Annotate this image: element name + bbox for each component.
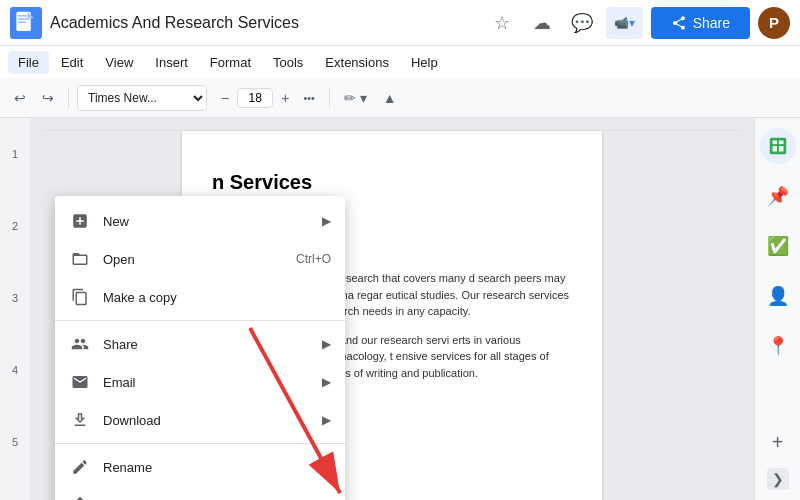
dd-label-copy: Make a copy xyxy=(103,290,331,305)
dd-shortcut-open: Ctrl+O xyxy=(296,252,331,266)
docs-icon xyxy=(10,7,42,39)
dd-arrow-email: ▶ xyxy=(322,375,331,389)
right-icon-maps[interactable]: 📍 xyxy=(760,328,796,364)
share-icon xyxy=(69,333,91,355)
file-dropdown: New ▶ Open Ctrl+O Make a copy Share ▶ xyxy=(55,196,345,500)
svg-rect-6 xyxy=(772,141,777,145)
font-selector[interactable]: Times New... xyxy=(77,85,207,111)
svg-rect-4 xyxy=(18,21,26,23)
email-icon xyxy=(69,371,91,393)
chat-button[interactable]: 💬 xyxy=(566,7,598,39)
menu-bar: File Edit View Insert Format Tools Exten… xyxy=(0,46,800,78)
dd-item-copy[interactable]: Make a copy xyxy=(55,278,345,316)
svg-rect-3 xyxy=(18,18,29,20)
open-icon xyxy=(69,248,91,270)
page-num-4: 4 xyxy=(12,364,18,376)
toolbar: ↩ ↪ Times New... − 18 + ••• ✏ ▾ ▲ xyxy=(0,78,800,118)
cloud-button[interactable]: ☁ xyxy=(526,7,558,39)
svg-rect-8 xyxy=(772,146,777,152)
redo-button[interactable]: ↪ xyxy=(36,86,60,110)
dd-item-move[interactable]: Move xyxy=(55,486,345,500)
dd-label-share: Share xyxy=(103,337,322,352)
svg-rect-9 xyxy=(778,146,783,152)
font-size-decrease[interactable]: − xyxy=(215,86,235,110)
dd-arrow-share: ▶ xyxy=(322,337,331,351)
right-icon-sheets[interactable] xyxy=(760,128,796,164)
svg-rect-7 xyxy=(778,141,783,145)
doc-heading: n Services xyxy=(212,171,572,194)
menu-edit[interactable]: Edit xyxy=(51,51,93,74)
share-label: Share xyxy=(693,15,730,31)
menu-view[interactable]: View xyxy=(95,51,143,74)
dd-item-rename[interactable]: Rename xyxy=(55,448,345,486)
page-num-5: 5 xyxy=(12,436,18,448)
menu-tools[interactable]: Tools xyxy=(263,51,313,74)
dd-arrow-download: ▶ xyxy=(322,413,331,427)
toolbar-separator-2 xyxy=(329,88,330,108)
copy-icon xyxy=(69,286,91,308)
move-icon xyxy=(69,494,91,500)
top-bar: Academics And Research Services ☆ ☁ 💬 📹▾… xyxy=(0,0,800,46)
star-button[interactable]: ☆ xyxy=(486,7,518,39)
dd-item-share[interactable]: Share ▶ xyxy=(55,325,345,363)
top-icons: ☆ ☁ 💬 📹▾ Share P xyxy=(486,7,790,39)
dd-label-rename: Rename xyxy=(103,460,331,475)
dd-label-open: Open xyxy=(103,252,296,267)
menu-insert[interactable]: Insert xyxy=(145,51,198,74)
dd-sep-1 xyxy=(55,320,345,321)
dd-sep-2 xyxy=(55,443,345,444)
right-icon-keep[interactable]: 📌 xyxy=(760,178,796,214)
menu-extensions[interactable]: Extensions xyxy=(315,51,399,74)
dd-label-download: Download xyxy=(103,413,322,428)
right-icon-contacts[interactable]: 👤 xyxy=(760,278,796,314)
right-expand-button[interactable]: ❯ xyxy=(767,468,789,490)
dd-item-new[interactable]: New ▶ xyxy=(55,202,345,240)
doc-title: Academics And Research Services xyxy=(50,14,486,32)
undo-button[interactable]: ↩ xyxy=(8,86,32,110)
rename-icon xyxy=(69,456,91,478)
main-content: 1 2 3 4 5 6 7 8 9 10 11 12 13 14 15 16 n… xyxy=(0,118,800,500)
right-panel-bottom: + ❯ xyxy=(760,424,796,490)
more-options-button[interactable]: ••• xyxy=(297,88,321,108)
menu-help[interactable]: Help xyxy=(401,51,448,74)
toolbar-separator-1 xyxy=(68,88,69,108)
menu-file[interactable]: File xyxy=(8,51,49,74)
page-num-2: 2 xyxy=(12,220,18,232)
new-icon xyxy=(69,210,91,232)
font-size-box[interactable]: 18 xyxy=(237,88,273,108)
page-num-3: 3 xyxy=(12,292,18,304)
meet-button[interactable]: 📹▾ xyxy=(606,7,643,39)
dd-item-email[interactable]: Email ▶ xyxy=(55,363,345,401)
menu-format[interactable]: Format xyxy=(200,51,261,74)
edit-mode-button[interactable]: ✏ ▾ xyxy=(338,86,373,110)
dd-item-open[interactable]: Open Ctrl+O xyxy=(55,240,345,278)
font-size-increase[interactable]: + xyxy=(275,86,295,110)
avatar[interactable]: P xyxy=(758,7,790,39)
collapse-button[interactable]: ▲ xyxy=(377,86,403,110)
right-panel: 📌 ✅ 👤 📍 + ❯ xyxy=(754,118,800,500)
dd-item-download[interactable]: Download ▶ xyxy=(55,401,345,439)
left-panel: 1 2 3 4 5 6 xyxy=(0,118,30,500)
svg-rect-5 xyxy=(769,138,786,155)
right-add-button[interactable]: + xyxy=(760,424,796,460)
page-num-1: 1 xyxy=(12,148,18,160)
dd-label-new: New xyxy=(103,214,322,229)
right-icon-tasks[interactable]: ✅ xyxy=(760,228,796,264)
dd-arrow-new: ▶ xyxy=(322,214,331,228)
dd-label-email: Email xyxy=(103,375,322,390)
share-button[interactable]: Share xyxy=(651,7,750,39)
svg-rect-2 xyxy=(18,15,29,17)
download-icon xyxy=(69,409,91,431)
